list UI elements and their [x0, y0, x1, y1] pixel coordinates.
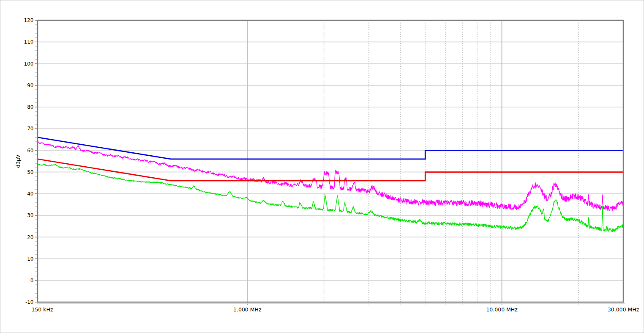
y-tick-label: 0	[30, 278, 34, 283]
x-tick-label: 1.000 MHz	[233, 306, 262, 313]
y-tick-label: 110	[24, 39, 34, 45]
y-tick-label: 60	[27, 148, 33, 154]
y-tick-label: -10	[25, 299, 34, 305]
x-tick-label: 30.000 MHz	[608, 306, 639, 313]
y-tick-label: 40	[27, 191, 33, 197]
y-tick-label: 20	[27, 234, 33, 240]
emi-chart-canvas: -100102030405060708090100110120150 kHz1.…	[0, 0, 644, 333]
traces-layer	[38, 138, 623, 232]
y-tick-label: 10	[27, 256, 33, 262]
y-tick-label: 120	[24, 17, 34, 23]
plot-border	[38, 20, 623, 302]
y-tick-label: 50	[27, 169, 33, 175]
limit-line-upper	[38, 138, 623, 159]
x-tick-label: 150 kHz	[31, 306, 53, 313]
y-tick-label: 80	[27, 104, 33, 110]
y-tick-label: 70	[27, 126, 33, 132]
x-tick-label: 10.000 MHz	[486, 306, 518, 313]
limit-line-lower	[38, 159, 623, 181]
emi-measurement-chart-panel: -100102030405060708090100110120150 kHz1.…	[0, 0, 644, 333]
y-tick-label: 30	[27, 212, 33, 218]
y-tick-label: 90	[27, 83, 33, 88]
y-tick-label: 100	[24, 61, 34, 67]
y-axis-title: dBµV	[15, 154, 21, 168]
